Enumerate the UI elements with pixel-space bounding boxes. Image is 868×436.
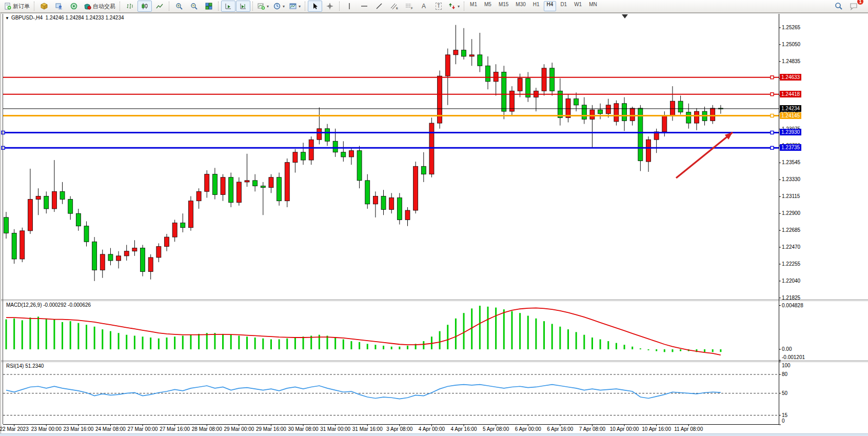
candle-body [662,116,667,132]
navigator-button[interactable] [52,1,66,12]
date-axis-label: 24 Mar 08:00 [95,426,126,432]
candle-body [429,123,434,174]
candle-body [188,201,193,228]
candle-body [405,210,410,220]
timeframe-m30[interactable]: M30 [512,1,528,11]
candle-body [20,231,25,259]
candle-body [711,108,715,121]
candle-body [52,191,56,209]
label-button[interactable]: T [431,1,446,12]
indicators-button[interactable]: ▾ [255,1,271,12]
date-axis-label: 10 Apr 16:00 [642,426,671,432]
line-chart-button[interactable] [152,1,167,12]
candle-body [397,198,402,220]
date-axis-label: 27 Mar 00:00 [128,426,158,432]
line-chart-icon [156,3,163,10]
candlestick-icon [141,3,148,10]
candle-body [44,196,49,209]
zoom-in-button[interactable] [172,1,186,12]
line-end-marker [771,93,774,96]
date-axis-label: 23 Mar 16:00 [63,426,93,432]
search-button[interactable] [832,1,846,12]
market-watch-icon [41,3,48,10]
vertical-line-icon [347,3,352,10]
vertical-line-button[interactable] [342,1,357,12]
trendline-button[interactable] [372,1,386,12]
tile-windows-button[interactable] [202,1,216,12]
timeframe-m15[interactable]: M15 [496,1,511,11]
indicators-icon [258,3,265,10]
new-order-label: 新订单 [13,3,30,10]
candle-body [68,200,73,214]
timeframe-d1[interactable]: D1 [557,1,570,11]
annotation-arrow[interactable] [676,132,733,178]
candle-body [293,152,298,163]
crosshair-button[interactable] [323,1,337,12]
line-end-marker [2,131,5,134]
date-axis-label: 3 Apr 08:00 [386,426,412,432]
candle-body [148,257,153,272]
price-axis-tick-label: 1.21825 [782,295,800,301]
candle-body [253,181,258,186]
chart-shift-button[interactable] [236,1,250,12]
autotrading-icon [84,3,91,10]
candle-body [205,174,209,192]
arrows-button[interactable]: ▾ [446,1,462,12]
date-axis-label: 30 Mar 08:00 [288,426,319,432]
candle-body [325,129,330,142]
new-order-button[interactable]: 新订单 [2,1,32,12]
chat-button[interactable]: 1 [846,1,861,12]
toolbar-separator [34,2,35,11]
bar-chart-button[interactable] [123,1,137,12]
toolbar-separator [120,2,121,11]
toolbar-separator [169,2,170,11]
navigator-icon [55,3,63,10]
timeframe-mn[interactable]: MN [586,1,600,11]
price-axis-tick-label: 1.23115 [782,193,800,199]
horizontal-line-button[interactable] [357,1,371,12]
fibonacci-button[interactable]: F [402,1,416,12]
data-window-button[interactable] [67,1,81,12]
candle-body [453,50,458,55]
templates-button[interactable]: ▾ [287,1,303,12]
periods-button[interactable]: ▾ [271,1,287,12]
timeframe-m5[interactable]: M5 [481,1,495,11]
rsi-line [6,385,721,399]
chart-canvas[interactable] [0,0,868,436]
price-axis-tick-label: 1.24835 [782,58,800,64]
zoom-out-button[interactable] [187,1,201,12]
candle-body [598,110,603,114]
price-line-tag: 1.24418 [780,91,801,97]
candle-body [622,104,627,121]
cursor-button[interactable] [308,1,322,12]
timeframe-m1[interactable]: M1 [467,1,480,11]
text-button[interactable]: A [417,1,431,12]
current-price-tag: 1.24234 [780,105,801,112]
autotrading-button[interactable]: 自动交易 [82,1,117,12]
autotrading-label: 自动交易 [93,3,115,10]
autoscroll-button[interactable] [221,1,235,12]
date-axis-label: 4 Apr 00:00 [419,426,445,432]
macd-scale-label: 0.004828 [782,303,803,308]
candle-body [566,99,570,118]
timeframe-h1[interactable]: H1 [530,1,543,11]
candle-body [124,251,129,256]
label-icon: T [436,3,442,10]
candle-body [542,68,546,91]
candlestick-button[interactable] [137,1,152,12]
candle-body [12,233,16,259]
candle-body [277,177,282,201]
market-watch-button[interactable] [37,1,51,12]
chevron-down-icon: ▾ [267,4,269,9]
timeframe-h4[interactable]: H4 [544,1,557,11]
trendline-icon [376,3,383,10]
timeframe-w1[interactable]: W1 [571,1,585,11]
candle-body [582,105,586,120]
price-axis-tick-label: 1.22470 [782,244,800,250]
price-axis-tick-label: 1.23545 [782,160,800,165]
candle-body [550,68,555,91]
chevron-down-icon: ▾ [458,4,460,9]
candle-body [654,132,659,140]
arrows-icon [448,3,456,10]
channel-button[interactable]: E [387,1,401,12]
